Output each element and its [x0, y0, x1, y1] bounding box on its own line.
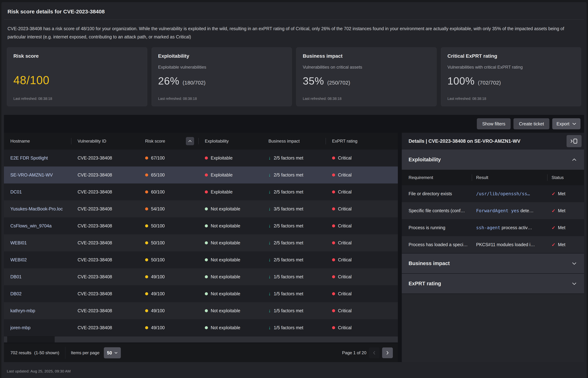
collapse-panel-button[interactable] — [567, 135, 582, 147]
met-check-icon: ✓ — [551, 225, 556, 230]
exprt-dot — [332, 241, 335, 244]
details-table-row[interactable]: Specific file contents (conf…ForwardAgen… — [402, 202, 584, 219]
risk-score-cell: 65/100 — [139, 172, 198, 177]
table-row[interactable]: WEBI01CVE-2023-3840850/100Not exploitabl… — [4, 234, 398, 251]
column-header-business-impact: Business impact — [262, 139, 326, 144]
section-exploitability[interactable]: Exploitability — [402, 149, 584, 170]
table-header-row: Hostname Vulnerability ID Risk score Exp… — [4, 133, 398, 149]
card-refreshed: Last refreshed: 08:38:18 — [303, 97, 342, 101]
risk-score-cell: 60/100 — [139, 189, 198, 195]
table-row[interactable]: joren-mbpCVE-2023-3840849/100Not exploit… — [4, 319, 398, 336]
critical-exprt-value: 100% — [448, 75, 475, 87]
down-arrow-icon: ↓ — [268, 223, 271, 228]
table-row[interactable]: E2E FDR SpotlightCVE-2023-3840867/100Exp… — [4, 149, 398, 166]
risk-level-dot — [145, 207, 148, 210]
table-row[interactable]: WEBI02CVE-2023-3840850/100Not exploitabl… — [4, 251, 398, 268]
horizontal-scrollbar[interactable] — [4, 336, 398, 342]
table-row[interactable]: kathryn-mbpCVE-2023-3840849/100Not explo… — [4, 302, 398, 319]
table-row[interactable]: CsFlows_win_9704aCVE-2023-3840850/100Not… — [4, 217, 398, 234]
exprt-rating-cell: Critical — [326, 274, 398, 279]
table-row[interactable]: SE-VRO-AMZN1-WVCVE-2023-3840865/100Explo… — [4, 166, 398, 183]
hostname-link[interactable]: DC01 — [10, 189, 22, 195]
hostname-link[interactable]: WEBI01 — [10, 240, 27, 245]
card-refreshed: Last refreshed: 08:38:18 — [158, 97, 197, 101]
vulnerability-id-cell: CVE-2023-38408 — [71, 206, 139, 212]
business-impact-cell: ↓2/5 factors met — [262, 223, 326, 229]
section-exprt-rating[interactable]: ExPRT rating — [402, 273, 584, 294]
exploitability-cell: Not exploitable — [198, 257, 262, 262]
export-button[interactable]: Export — [552, 118, 580, 129]
hostname-link[interactable]: SE-VRO-AMZN1-WV — [10, 172, 53, 177]
risk-score-cell: 49/100 — [139, 308, 198, 313]
chevron-down-icon — [114, 352, 118, 354]
status-cell: ✓Met — [547, 225, 580, 230]
hostname-link[interactable]: kathryn-mbp — [10, 308, 35, 313]
exploitability-dot — [205, 258, 208, 261]
next-page-button[interactable] — [382, 348, 393, 358]
items-per-page-label: Items per page — [71, 350, 99, 355]
chevron-down-icon — [572, 282, 576, 285]
requirement-cell: Process has loaded a speci… — [402, 242, 472, 247]
hostname-link[interactable]: Yusukes-MacBook-Pro.loc — [10, 206, 63, 212]
chevron-left-icon — [373, 351, 375, 355]
card-title: Critical ExPRT rating — [448, 53, 575, 59]
details-table-row[interactable]: Process is runningssh-agent process acti… — [402, 219, 584, 236]
risk-score-cell: 67/100 — [139, 155, 198, 161]
exploitability-dot — [205, 326, 208, 329]
exprt-rating-cell: Critical — [326, 189, 398, 195]
down-arrow-icon: ↓ — [268, 156, 271, 161]
items-per-page-select[interactable]: 50 — [104, 347, 121, 358]
section-business-impact[interactable]: Business impact — [402, 253, 584, 273]
exprt-dot — [332, 309, 335, 312]
risk-score-card: Risk score 48/100 Last refreshed: 08:38:… — [7, 47, 147, 106]
result-cell: PKCS#11 modules loaded i… — [472, 242, 547, 247]
hostname-link[interactable]: DB01 — [10, 274, 22, 279]
card-subtitle: Exploitable vulnerabilities — [158, 65, 286, 70]
results-count: 702 results — [10, 350, 31, 355]
table-row[interactable]: Yusukes-MacBook-Pro.locCVE-2023-3840854/… — [4, 201, 398, 217]
vulnerability-id-cell: CVE-2023-38408 — [71, 257, 139, 262]
result-cell: ForwardAgent yes dete… — [472, 208, 547, 213]
down-arrow-icon: ↓ — [268, 189, 271, 194]
risk-score-cell: 50/100 — [139, 257, 198, 262]
risk-score-cell: 49/100 — [139, 291, 198, 296]
exprt-rating-cell: Critical — [326, 325, 398, 330]
down-arrow-icon: ↓ — [268, 308, 271, 313]
business-impact-cell: ↓2/5 factors met — [262, 189, 326, 195]
show-filters-button[interactable]: Show filters — [477, 118, 511, 129]
chevron-down-icon — [572, 122, 576, 125]
previous-page-button[interactable] — [369, 348, 380, 358]
business-impact-value: 35% — [303, 75, 324, 87]
exprt-rating-cell: Critical — [326, 291, 398, 296]
exploitability-dot — [205, 224, 208, 227]
exploitability-value: 26% — [158, 75, 179, 87]
create-ticket-button[interactable]: Create ticket — [513, 118, 549, 129]
column-header-exprt-rating: ExPRT rating — [326, 139, 398, 144]
details-table-row[interactable]: Process has loaded a speci…PKCS#11 modul… — [402, 236, 584, 253]
horizontal-scrollbar-thumb[interactable] — [7, 336, 55, 342]
exprt-rating-cell: Critical — [326, 172, 398, 177]
hostname-link[interactable]: E2E FDR Spotlight — [10, 155, 48, 161]
hostname-cell: WEBI02 — [4, 257, 71, 262]
table-row[interactable]: DC01CVE-2023-3840860/100Exploitable↓2/5 … — [4, 183, 398, 201]
hostname-link[interactable]: joren-mbp — [10, 325, 30, 330]
exprt-dot — [332, 190, 335, 193]
sort-ascending-button[interactable] — [186, 137, 194, 145]
risk-score-cell: 50/100 — [139, 240, 198, 245]
hostname-link[interactable]: CsFlows_win_9704a — [10, 223, 52, 229]
table-row[interactable]: DB02CVE-2023-3840849/100Not exploitable↓… — [4, 285, 398, 302]
table-row[interactable]: DB01CVE-2023-3840849/100Not exploitable↓… — [4, 268, 398, 285]
hostname-link[interactable]: WEBI02 — [10, 257, 27, 262]
down-arrow-icon: ↓ — [268, 291, 271, 296]
requirement-cell: Specific file contents (conf… — [402, 208, 472, 213]
exprt-dot — [332, 224, 335, 227]
hostname-link[interactable]: DB02 — [10, 291, 22, 296]
risk-level-dot — [145, 258, 148, 261]
vulnerability-id-cell: CVE-2023-38408 — [71, 291, 139, 296]
risk-score-details-page: Risk score details for CVE-2023-38408 CV… — [1, 2, 587, 378]
details-table-row[interactable]: File or directory exists/usr/lib/openssh… — [402, 185, 584, 202]
business-impact-card: Business impact Vulnerabilities on criti… — [296, 47, 437, 106]
exprt-rating-cell: Critical — [326, 223, 398, 229]
hostname-cell: DC01 — [4, 189, 71, 195]
exploitability-fraction: (180/702) — [183, 80, 205, 86]
